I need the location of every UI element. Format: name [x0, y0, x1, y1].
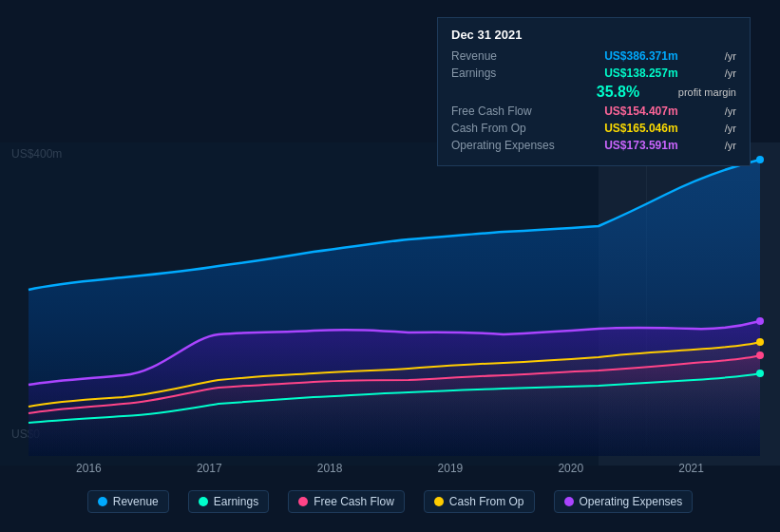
- legend-item-cashfromop[interactable]: Cash From Op: [424, 490, 535, 513]
- svg-point-3: [756, 317, 764, 325]
- svg-point-5: [756, 352, 764, 359]
- tooltip-value-earnings: US$138.257m: [604, 66, 677, 80]
- legend-item-fcf[interactable]: Free Cash Flow: [288, 490, 405, 513]
- profit-margin-value: 35.8%: [597, 84, 639, 101]
- tooltip-row-margin: 35.8% profit margin: [451, 84, 736, 101]
- tooltip-unit-revenue: /yr: [725, 50, 736, 62]
- tooltip-row-earnings: Earnings US$138.257m /yr: [451, 66, 736, 80]
- chart-svg: [0, 142, 780, 466]
- legend-dot-cashfromop: [434, 497, 444, 506]
- tooltip-value-opex: US$173.591m: [604, 139, 677, 152]
- tooltip-label-opex: Operating Expenses: [451, 139, 565, 152]
- legend-item-revenue[interactable]: Revenue: [87, 490, 169, 513]
- legend-dot-earnings: [199, 497, 208, 506]
- x-label-2020: 2020: [558, 462, 583, 475]
- tooltip-unit-cashfromop: /yr: [725, 123, 736, 134]
- legend-label-cashfromop: Cash From Op: [449, 495, 524, 508]
- tooltip-date: Dec 31 2021: [451, 28, 736, 42]
- tooltip-value-fcf: US$154.407m: [604, 104, 677, 118]
- profit-margin-label: profit margin: [678, 86, 736, 98]
- tooltip-card: Dec 31 2021 Revenue US$386.371m /yr Earn…: [437, 17, 751, 166]
- legend-label-revenue: Revenue: [113, 495, 159, 508]
- svg-point-2: [756, 156, 764, 163]
- legend-dot-revenue: [98, 497, 107, 506]
- chart-container: Dec 31 2021 Revenue US$386.371m /yr Earn…: [0, 0, 780, 532]
- chart-legend: Revenue Earnings Free Cash Flow Cash Fro…: [0, 490, 780, 513]
- x-label-2021: 2021: [678, 462, 704, 475]
- x-label-2019: 2019: [438, 462, 464, 475]
- tooltip-unit-earnings: /yr: [725, 67, 736, 79]
- svg-point-6: [756, 370, 764, 377]
- tooltip-row-cashfromop: Cash From Op US$165.046m /yr: [451, 122, 736, 135]
- svg-point-4: [756, 338, 764, 346]
- tooltip-row-fcf: Free Cash Flow US$154.407m /yr: [451, 104, 736, 118]
- tooltip-label-earnings: Earnings: [451, 66, 565, 80]
- tooltip-label-cashfromop: Cash From Op: [451, 122, 565, 135]
- x-axis: 2016 2017 2018 2019 2020 2021: [0, 462, 780, 475]
- legend-item-opex[interactable]: Operating Expenses: [554, 490, 694, 513]
- tooltip-row-revenue: Revenue US$386.371m /yr: [451, 49, 736, 63]
- tooltip-label-revenue: Revenue: [451, 49, 565, 63]
- legend-dot-opex: [564, 497, 574, 506]
- tooltip-value-revenue: US$386.371m: [604, 49, 677, 63]
- legend-dot-fcf: [298, 497, 308, 506]
- legend-item-earnings[interactable]: Earnings: [188, 490, 269, 513]
- tooltip-label-fcf: Free Cash Flow: [451, 104, 565, 118]
- tooltip-unit-opex: /yr: [725, 140, 736, 151]
- x-label-2018: 2018: [317, 462, 343, 475]
- legend-label-earnings: Earnings: [214, 495, 258, 508]
- tooltip-row-opex: Operating Expenses US$173.591m /yr: [451, 139, 736, 152]
- x-label-2016: 2016: [76, 462, 102, 475]
- legend-label-fcf: Free Cash Flow: [314, 495, 394, 508]
- tooltip-value-cashfromop: US$165.046m: [604, 122, 677, 135]
- tooltip-unit-fcf: /yr: [725, 105, 736, 117]
- x-label-2017: 2017: [197, 462, 222, 475]
- legend-label-opex: Operating Expenses: [580, 495, 683, 508]
